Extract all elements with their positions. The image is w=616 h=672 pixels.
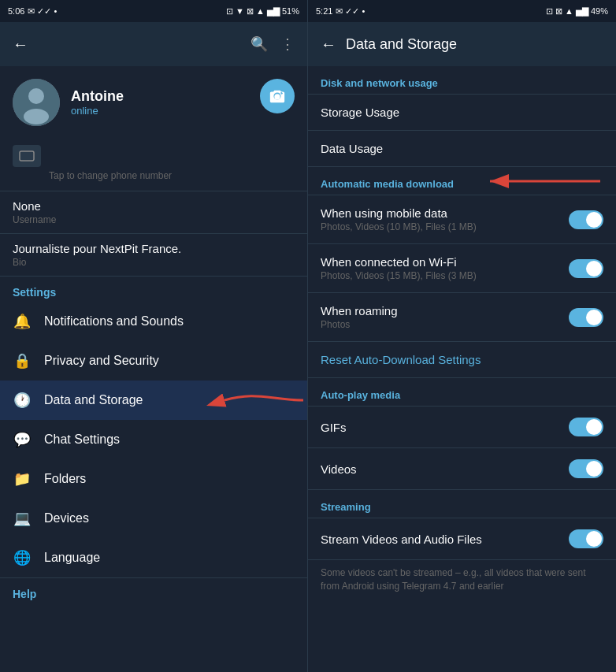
mobile-data-toggle[interactable] — [569, 210, 603, 229]
left-header: ← 🔍 ⋮ — [0, 22, 307, 66]
username-section: None Username — [0, 191, 307, 234]
phone-section: Tap to change phone number — [0, 139, 307, 191]
tap-to-change[interactable]: Tap to change phone number — [13, 170, 295, 181]
sidebar-item-folders[interactable]: 📁 Folders — [0, 459, 307, 499]
roaming-item[interactable]: When roaming Photos — [308, 293, 616, 341]
mobile-data-sub: Photos, Videos (10 MB), Files (1 MB) — [321, 221, 569, 232]
right-status-bar: 5:21 ✉ ✓✓ • ⊡ ⊠ ▲ ▅▇ 49% — [308, 0, 616, 22]
privacy-label: Privacy and Security — [44, 354, 159, 368]
data-usage-label: Data Usage — [321, 142, 603, 155]
right-header-title: Data and Storage — [346, 36, 603, 53]
stream-toggle[interactable] — [569, 529, 603, 548]
search-icon[interactable]: 🔍 — [250, 35, 268, 53]
red-arrow-left — [209, 383, 307, 418]
data-storage-label: Data and Storage — [44, 393, 143, 407]
left-notif-icons: ✉ ✓✓ • — [28, 6, 57, 17]
reset-auto-download-button[interactable]: Reset Auto-Download Settings — [308, 342, 616, 377]
mobile-data-label: When using mobile data — [321, 206, 569, 220]
profile-status: online — [71, 105, 295, 117]
right-notif-icons: ✉ ✓✓ • — [336, 6, 365, 17]
avatar[interactable] — [13, 79, 60, 126]
roaming-label: When roaming — [321, 304, 569, 317]
left-signal-icons: ⊡ ▼ ⊠ ▲ ▅▇ — [226, 6, 280, 17]
data-usage-item[interactable]: Data Usage — [308, 131, 616, 166]
gifs-item[interactable]: GIFs — [308, 407, 616, 447]
roaming-sub: Photos — [321, 319, 569, 330]
stream-videos-item[interactable]: Stream Videos and Audio Files — [308, 518, 616, 559]
wifi-label: When connected on Wi-Fi — [321, 255, 569, 269]
storage-usage-item[interactable]: Storage Usage — [308, 95, 616, 130]
right-back-button[interactable]: ← — [321, 35, 336, 54]
auto-play-section-header: Auto-play media — [308, 378, 616, 406]
sidebar-item-privacy[interactable]: 🔒 Privacy and Security — [0, 341, 307, 381]
videos-toggle[interactable] — [569, 459, 603, 478]
auto-download-section-header: Automatic media download — [308, 167, 616, 195]
laptop-icon: 💻 — [13, 509, 32, 528]
left-status-bar: 5:06 ✉ ✓✓ • ⊡ ▼ ⊠ ▲ ▅▇ 51% — [0, 0, 307, 22]
settings-list: 🔔 Notifications and Sounds 🔒 Privacy and… — [0, 302, 307, 672]
svg-point-3 — [274, 94, 280, 99]
lock-icon: 🔒 — [13, 351, 32, 370]
wifi-item[interactable]: When connected on Wi-Fi Photos, Videos (… — [308, 244, 616, 292]
sidebar-item-language[interactable]: 🌐 Language — [0, 538, 307, 577]
left-panel: 5:06 ✉ ✓✓ • ⊡ ▼ ⊠ ▲ ▅▇ 51% ← 🔍 ⋮ — [0, 0, 308, 672]
bio-section: Journaliste pour NextPit France. Bio — [0, 234, 307, 277]
notifications-label: Notifications and Sounds — [44, 314, 184, 329]
right-header: ← Data and Storage — [308, 22, 616, 66]
wifi-toggle[interactable] — [569, 259, 603, 278]
globe-icon: 🌐 — [13, 548, 32, 567]
sidebar-item-data[interactable]: 🕐 Data and Storage — [0, 381, 307, 420]
bio-value: Journaliste pour NextPit France. — [13, 242, 295, 255]
auto-download-header-container: Automatic media download — [308, 167, 616, 195]
username-value: None — [13, 199, 295, 213]
folder-icon: 📁 — [13, 470, 32, 488]
disk-network-section-header: Disk and network usage — [308, 66, 616, 94]
gifs-toggle[interactable] — [569, 418, 603, 436]
clock-icon: 🕐 — [13, 391, 32, 410]
right-content: Disk and network usage Storage Usage Dat… — [308, 66, 616, 672]
right-battery: 49% — [591, 6, 608, 16]
stream-videos-label: Stream Videos and Audio Files — [321, 533, 569, 546]
storage-usage-label: Storage Usage — [321, 106, 603, 119]
gifs-label: GIFs — [321, 421, 569, 434]
chat-label: Chat Settings — [44, 433, 120, 447]
more-icon[interactable]: ⋮ — [280, 35, 295, 53]
svg-point-2 — [24, 109, 49, 124]
bio-label: Bio — [13, 257, 295, 268]
svg-line-5 — [281, 92, 283, 94]
settings-label: Settings — [0, 277, 307, 302]
roaming-toggle[interactable] — [569, 308, 603, 327]
language-label: Language — [44, 551, 100, 565]
bell-icon: 🔔 — [13, 312, 32, 331]
right-signal-icons: ⊡ ⊠ ▲ ▅▇ — [546, 6, 588, 17]
svg-rect-6 — [20, 151, 34, 161]
sidebar-item-notifications[interactable]: 🔔 Notifications and Sounds — [0, 302, 307, 341]
svg-point-1 — [28, 88, 44, 104]
mobile-data-item[interactable]: When using mobile data Photos, Videos (1… — [308, 195, 616, 243]
left-back-button[interactable]: ← — [13, 35, 28, 54]
chat-icon: 💬 — [13, 430, 32, 449]
videos-item[interactable]: Videos — [308, 448, 616, 489]
help-label: Help — [0, 578, 307, 603]
username-label: Username — [13, 214, 295, 225]
streaming-section-header: Streaming — [308, 490, 616, 518]
right-time: 5:21 — [316, 6, 332, 16]
devices-label: Devices — [44, 511, 89, 525]
stream-note: Some videos can't be streamed – e.g., al… — [308, 560, 616, 603]
sidebar-item-devices[interactable]: 💻 Devices — [0, 499, 307, 538]
folders-label: Folders — [44, 472, 86, 486]
profile-section: Antoine online — [0, 66, 307, 139]
left-battery: 51% — [282, 6, 299, 16]
avatar-image — [13, 79, 60, 126]
left-time: 5:06 — [8, 6, 24, 16]
camera-button[interactable] — [260, 79, 295, 113]
phone-icon — [13, 145, 41, 167]
videos-label: Videos — [321, 462, 569, 476]
wifi-sub: Photos, Videos (15 MB), Files (3 MB) — [321, 270, 569, 281]
right-panel: 5:21 ✉ ✓✓ • ⊡ ⊠ ▲ ▅▇ 49% ← Data and Stor… — [308, 0, 616, 672]
sidebar-item-chat[interactable]: 💬 Chat Settings — [0, 420, 307, 459]
